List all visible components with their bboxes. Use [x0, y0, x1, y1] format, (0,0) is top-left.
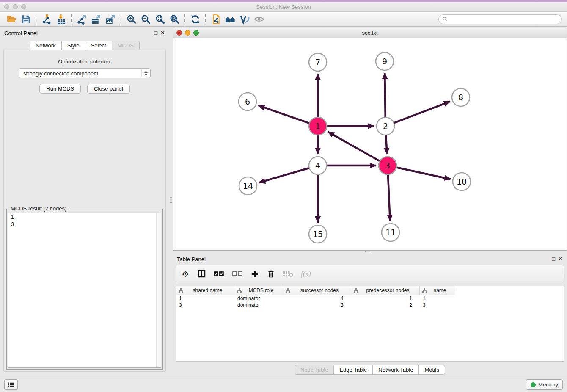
graph-node-7[interactable]: 7	[309, 53, 327, 71]
graph-node-8[interactable]: 8	[452, 88, 470, 106]
svg-text:14: 14	[243, 181, 253, 190]
add-column-icon[interactable]	[250, 270, 259, 278]
graph-node-1[interactable]: 1	[309, 117, 327, 135]
import-network-icon[interactable]	[39, 13, 54, 25]
deselect-all-icon[interactable]	[232, 271, 243, 277]
delete-table-icon[interactable]	[283, 270, 293, 277]
graph-node-10[interactable]: 10	[453, 173, 471, 190]
vizmapper-icon[interactable]	[237, 13, 252, 25]
close-panel-icon[interactable]: ✕	[558, 256, 563, 262]
save-session-icon[interactable]	[19, 13, 33, 25]
column-header-shared-name[interactable]: shared name	[176, 286, 234, 295]
zoom-selected-icon[interactable]	[167, 13, 182, 25]
graph-node-3[interactable]: 3	[379, 157, 396, 174]
network-from-clipboard-icon[interactable]	[209, 13, 223, 25]
task-history-button[interactable]	[4, 379, 18, 390]
graph-edge-3-11[interactable]	[388, 173, 390, 221]
vertical-splitter[interactable]	[169, 27, 173, 377]
float-panel-icon[interactable]: □	[154, 30, 157, 36]
network-window-title: scc.txt	[173, 30, 567, 36]
eye-icon[interactable]	[252, 13, 266, 25]
graph-edge-3-10[interactable]	[395, 167, 451, 179]
table-row[interactable]: 1dominator411	[176, 295, 564, 302]
close-panel-icon[interactable]: ✕	[160, 30, 165, 36]
tab-network-table[interactable]: Network Table	[373, 365, 419, 375]
close-panel-button[interactable]: Close panel	[87, 84, 130, 94]
mcds-result-text[interactable]: 13	[8, 213, 161, 368]
tab-select[interactable]: Select	[85, 41, 112, 50]
column-header-predecessor-nodes[interactable]: predecessor nodes	[351, 286, 420, 295]
open-session-icon[interactable]	[4, 13, 19, 25]
table-panel: Table Panel □ ✕ ⚙ f(x) shared nameMCDS r…	[173, 253, 567, 377]
table-settings-icon[interactable]: ⚙	[181, 269, 190, 279]
svg-text:10: 10	[457, 177, 467, 186]
table-header-row: shared nameMCDS rolesuccessor nodesprede…	[176, 286, 564, 295]
search-icon	[442, 17, 448, 22]
graph-edge-2-8[interactable]	[393, 102, 450, 124]
import-table-icon[interactable]	[54, 13, 68, 25]
table-cell: 3	[283, 302, 351, 309]
graph-node-2[interactable]: 2	[377, 117, 394, 135]
svg-text:8: 8	[458, 93, 463, 102]
table-row[interactable]: 3dominator323	[176, 302, 564, 309]
graph-edge-3-1[interactable]	[328, 132, 381, 162]
homes-icon[interactable]	[223, 13, 237, 25]
table-cell: 1	[420, 295, 455, 302]
svg-text:3: 3	[385, 161, 390, 170]
graph-node-14[interactable]: 14	[239, 177, 257, 195]
function-builder-icon[interactable]: f(x)	[301, 270, 311, 278]
splitter-handle[interactable]	[170, 197, 172, 203]
zoom-out-icon[interactable]	[138, 13, 153, 25]
float-panel-icon[interactable]: □	[552, 256, 555, 262]
graph-node-15[interactable]: 15	[309, 225, 327, 243]
show-columns-icon[interactable]	[197, 270, 206, 278]
memory-status-icon	[531, 382, 536, 387]
tab-edge-table[interactable]: Edge Table	[334, 365, 373, 375]
run-mcds-button[interactable]: Run MCDS	[39, 84, 81, 94]
graph-edge-4-14[interactable]	[259, 168, 311, 182]
delete-column-icon[interactable]	[267, 270, 275, 278]
svg-text:9: 9	[382, 57, 387, 66]
mcds-tab-content: Optimization criterion: strongly connect…	[3, 50, 166, 372]
graph-node-9[interactable]: 9	[376, 52, 394, 70]
tab-network[interactable]: Network	[30, 41, 62, 50]
result-scrollbar[interactable]	[156, 213, 161, 367]
search-input[interactable]	[450, 17, 558, 22]
toolbar-separator	[36, 14, 36, 25]
column-header-successor-nodes[interactable]: successor nodes	[283, 286, 351, 295]
memory-button[interactable]: Memory	[526, 379, 563, 390]
zoom-fit-icon[interactable]	[153, 13, 167, 25]
graph-node-6[interactable]: 6	[239, 93, 256, 110]
graph-edge-2-9[interactable]	[385, 73, 385, 119]
column-header-MCDS-role[interactable]: MCDS role	[234, 286, 283, 295]
main-toolbar	[0, 12, 567, 27]
zoom-in-icon[interactable]	[124, 13, 138, 25]
tab-style[interactable]: Style	[62, 41, 85, 50]
table-cell: 1	[176, 295, 234, 302]
graph-edge-1-6[interactable]	[258, 105, 311, 124]
node-table: shared nameMCDS rolesuccessor nodesprede…	[176, 286, 564, 362]
splitter-handle[interactable]	[365, 251, 370, 252]
svg-text:11: 11	[385, 228, 396, 237]
export-table-icon[interactable]	[89, 13, 103, 25]
select-all-icon[interactable]	[213, 271, 224, 277]
tab-motifs[interactable]: Motifs	[419, 365, 445, 375]
optimization-criterion-select[interactable]: strongly connected component	[19, 68, 151, 78]
tab-mcds[interactable]: MCDS	[112, 41, 140, 50]
network-canvas[interactable]: 7968124314101511	[173, 38, 567, 250]
control-panel-header: Control Panel □ ✕	[0, 27, 169, 39]
export-network-icon[interactable]	[74, 13, 89, 25]
control-panel: Control Panel □ ✕ NetworkStyleSelectMCDS…	[0, 27, 169, 377]
refresh-icon[interactable]	[188, 13, 202, 25]
combo-stepper-icon	[141, 69, 148, 77]
graph-node-11[interactable]: 11	[382, 224, 399, 241]
graph-svg[interactable]: 7968124314101511	[173, 38, 567, 250]
search-field[interactable]	[438, 14, 562, 24]
column-header-name[interactable]: name	[420, 286, 455, 295]
graph-node-4[interactable]: 4	[309, 157, 327, 174]
export-image-icon[interactable]	[103, 13, 118, 25]
graph-edge-2-3[interactable]	[386, 134, 387, 154]
selected-criterion: strongly connected component	[23, 70, 141, 77]
tab-node-table[interactable]: Node Table	[295, 365, 334, 375]
right-column: ✕ − + scc.txt 7968124314101511 Table Pan…	[173, 27, 567, 377]
